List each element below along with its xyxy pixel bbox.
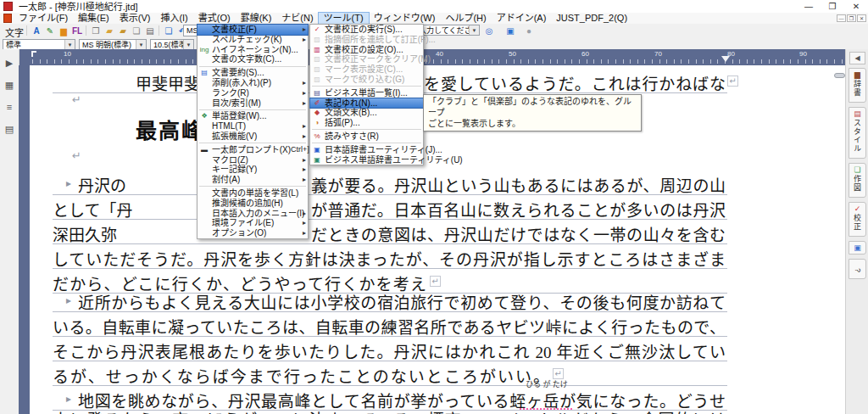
menubar-item-11[interactable]: アドイン(A)	[492, 13, 552, 24]
proof-submenu-item-15[interactable]: ▣日本語辞書ユーティリティ(J)...	[310, 145, 423, 155]
horizontal-ruler: 10405060708090	[19, 49, 848, 65]
style-set-icon[interactable]: FL	[71, 25, 83, 36]
proof-submenu-item-9[interactable]: ✐表記ゆれ(N)...	[310, 98, 423, 109]
menubar-item-9[interactable]: ウィンドウ(W)	[369, 13, 441, 24]
sidebar-collapse-button[interactable]: ◀	[849, 52, 865, 64]
import-doc-icon[interactable]: ❏	[131, 25, 142, 36]
paragraph-start-icon: ▸	[66, 393, 71, 405]
child-restore-button[interactable]: ❐	[847, 14, 856, 22]
title-bar: 一太郎 - [神奈川極地紀行.jtd] — ❐ ✕	[0, 0, 868, 14]
tools-menu-item-6[interactable]: ▤文書要約(S)...	[198, 68, 308, 78]
tools-menu-item-7[interactable]: 添削(赤入れ)(P)▸	[198, 78, 308, 88]
proof-submenu-item-11[interactable]: ◑括弧(P)...	[310, 118, 423, 128]
chevron-down-icon[interactable]: ▼	[183, 40, 193, 49]
copy-page-icon[interactable]: ❏	[163, 25, 175, 36]
menubar-item-3[interactable]: 表示(V)	[114, 13, 156, 24]
line-rule	[53, 243, 727, 244]
sidebar-tab-icon-4[interactable]: ▣	[849, 241, 866, 255]
text-run: として「丹	[53, 198, 132, 220]
sidebar-tab-辞書[interactable]: ▆辞書	[849, 68, 866, 103]
tools-menu-item-3[interactable]: ingハイフネーション(N)...	[198, 45, 308, 55]
left-margin-marker[interactable]	[31, 51, 36, 57]
marker-icon[interactable]: ▆	[58, 25, 70, 36]
draw-icon: ❏	[849, 165, 865, 174]
tools-menu-item-23[interactable]: 環境ファイル(E)▸	[198, 218, 308, 228]
proof-submenu-item-10[interactable]: ◆文頭文末(B)...	[310, 108, 423, 118]
tools-menu-item-13[interactable]: 拡張機能(V)▸	[198, 131, 308, 142]
new-document-icon[interactable]: ❐	[90, 25, 102, 36]
line-rule	[53, 336, 727, 337]
right-margin-marker[interactable]	[721, 56, 730, 62]
folder-icon[interactable]: ▰	[117, 25, 129, 36]
tools-menu-item-4[interactable]: 文書の文字数(C)...	[198, 54, 308, 64]
submenu-arrow-icon: ▸	[303, 88, 306, 98]
tools-menu-item-11[interactable]: ❖単語登録(W)...	[198, 111, 308, 121]
menu-item-label: 拡張機能(V)	[212, 131, 257, 142]
minimize-button[interactable]: —	[797, 0, 821, 13]
tooltip-line: ごとに一覧表示します。	[428, 118, 637, 129]
text-color-icon[interactable]: A	[31, 25, 42, 36]
paragraph-start-icon: ▸	[66, 177, 71, 189]
text-run: 甲斐甲斐	[136, 71, 200, 93]
list-view-icon[interactable]: ≡	[3, 100, 16, 114]
maximize-button[interactable]: ❐	[821, 0, 844, 13]
pen-icon[interactable]: ✎	[44, 25, 56, 36]
menubar-item-1[interactable]: ファイル(F)	[14, 13, 73, 24]
menubar-item-6[interactable]: 罫線(K)	[236, 13, 277, 24]
proof-submenu-item-8[interactable]: ▤ビジネス単語一覧(I)...	[310, 88, 423, 98]
jump-icon[interactable]: ▣	[504, 25, 516, 36]
sidebar-toggle-icon[interactable]: ▶	[3, 56, 16, 70]
tools-menu-item-24[interactable]: オプション(O)▸	[198, 228, 308, 238]
splitter-handle[interactable]	[834, 73, 845, 78]
tools-menu-item-16[interactable]: マクロ(Z)▸	[198, 155, 308, 165]
menubar-item-8[interactable]: ツール(T)	[319, 13, 369, 24]
menubar-item-7[interactable]: ナビ(N)	[276, 13, 318, 24]
tools-menu-item-21[interactable]: 推測候補の追加(H)	[198, 199, 308, 209]
menubar-item-10[interactable]: ヘルプ(H)	[440, 13, 491, 24]
chevron-down-icon[interactable]: ▼	[64, 40, 75, 49]
menubar-item-12[interactable]: JUST_PDF_2(Q)	[551, 13, 632, 24]
tools-menu-item-1[interactable]: 文書校正(F)▸	[198, 25, 308, 35]
sidebar-tab-作図[interactable]: ❏作図	[849, 163, 866, 198]
tools-menu-item-17[interactable]: キー記録(Y)▸	[198, 165, 308, 175]
menu-item-label: 文書内の単語を学習(L)	[212, 188, 298, 199]
grid-view-icon[interactable]: ▦	[3, 78, 16, 92]
text-run: 山に登るなら、高いほうがいいに決まっている。標高 1673 メートルだから、全国…	[53, 407, 726, 414]
menubar-item-4[interactable]: 挿入(I)	[155, 13, 192, 24]
tools-menu-item-20[interactable]: 文書内の単語を学習(L)	[198, 188, 308, 199]
menu-separator	[199, 66, 306, 67]
child-minimize-button[interactable]: —	[837, 14, 846, 22]
chevron-down-icon[interactable]: ▼	[136, 40, 146, 49]
tools-menu-item-8[interactable]: ランク(R)▸	[198, 88, 308, 98]
chevron-down-icon[interactable]: ▼	[469, 25, 479, 35]
page-view-icon[interactable]: ▤	[3, 122, 16, 136]
tools-menu-item-18[interactable]: 割付(A)▸	[198, 175, 308, 185]
proof-submenu-item-13[interactable]: %読みやすさ(R)	[310, 131, 423, 142]
proof-submenu-item-1[interactable]: ✓文書校正の実行(S)...	[310, 25, 423, 35]
sidebar-tab-?[interactable]: ?	[849, 259, 866, 279]
business-words-icon: ▤	[310, 88, 324, 98]
child-close-button[interactable]: ✕	[857, 14, 866, 22]
quick-search-icon[interactable]: ◎	[483, 25, 495, 36]
tools-menu-item-2[interactable]: スペルチェック(K)▸	[198, 35, 308, 45]
sidebar-tab-スタイル[interactable]: ▤スタイル	[849, 107, 866, 159]
submenu-arrow-icon: ▸	[303, 35, 306, 45]
line-rule	[53, 268, 727, 269]
proof-submenu-item-16[interactable]: ▣ビジネス単語辞書ユーティリティ(U)	[310, 155, 423, 165]
close-button[interactable]: ✕	[844, 0, 868, 13]
text-run: 丹沢の	[78, 173, 126, 195]
menu-item-label: 括弧(P)...	[325, 118, 360, 128]
globe-icon[interactable]: ●	[523, 25, 535, 36]
tooltip-line: 「クラブ」と「倶楽部」のような表記のゆれを、グループ	[428, 96, 637, 118]
open-folder-icon[interactable]: ▰	[103, 25, 115, 36]
proof-submenu-item-3[interactable]: ▥文書校正の設定(O)...	[310, 45, 423, 55]
tools-menu-item-22[interactable]: 日本語入力のメニュー(I)▸	[198, 209, 308, 219]
menubar-item-5[interactable]: 書式(O)	[193, 13, 236, 24]
menu-item-label: ランク(R)	[212, 88, 249, 98]
menubar-item-2[interactable]: 編集(E)	[73, 13, 114, 24]
sidebar-tab-校正[interactable]: ✓校正	[849, 202, 866, 237]
tools-menu-item-12[interactable]: HTML(T)▸	[198, 121, 308, 131]
tools-menu-item-15[interactable]: ▬一太郎プロンプト(X)Ctrl+]	[198, 145, 308, 155]
print-icon[interactable]: ▤	[144, 25, 156, 36]
tools-menu-item-9[interactable]: 目次/索引(M)▸	[198, 98, 308, 109]
